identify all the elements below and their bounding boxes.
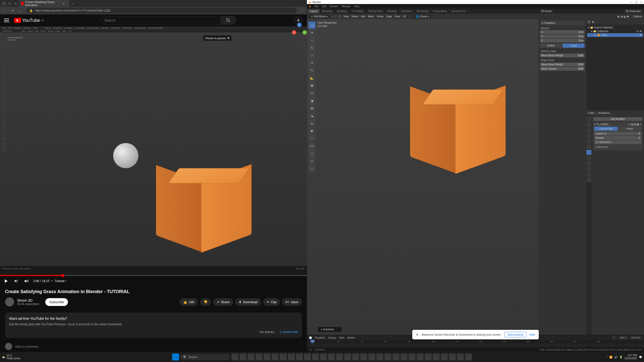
chevron-right-icon[interactable]: › [66, 279, 67, 283]
search-input[interactable] [100, 16, 221, 25]
physics-props-tab[interactable] [586, 161, 591, 166]
header-view[interactable]: View [343, 15, 349, 18]
cube-mesh[interactable] [415, 87, 501, 172]
menu-file[interactable]: File [314, 5, 318, 8]
taskbar-app-15[interactable] [344, 353, 351, 360]
new-tab-button[interactable]: + [70, 1, 75, 6]
taskbar-app-18[interactable] [368, 353, 375, 360]
pause-icon[interactable]: ⏸ [416, 333, 419, 336]
clip-button[interactable]: ✂ Clip [263, 298, 280, 306]
subdivide-operator-panel[interactable]: ▸ Subdivide [318, 327, 342, 332]
no-thanks-button[interactable]: No thanks [260, 330, 274, 334]
levels-render[interactable]: Render2 [594, 136, 641, 140]
battery-icon[interactable]: 🔋 [619, 356, 622, 358]
menu-render[interactable]: Render [330, 5, 338, 8]
timeline-editor-icon[interactable]: 🕐 [309, 336, 312, 339]
taskbar-app-10[interactable] [304, 353, 311, 360]
mesh-props-tab[interactable] [586, 172, 591, 177]
taskbar-app-11[interactable] [312, 353, 319, 360]
taskbar-app-1[interactable] [231, 353, 238, 360]
tab-geometry-nodes[interactable]: Geometry N... [449, 9, 469, 13]
optimal-display-check[interactable]: ☑ Optimal Di... [594, 140, 641, 144]
scene-selector[interactable]: 🎬 Scene [539, 9, 554, 13]
play-button[interactable] [3, 278, 9, 284]
tl-marker[interactable]: Marker [347, 336, 355, 339]
transform-tool[interactable]: ✦ [308, 59, 315, 66]
levels-viewport[interactable]: Levels Vi...2 [594, 132, 641, 135]
tab-animation[interactable]: Animation [399, 9, 414, 13]
camera-icon[interactable] [301, 56, 307, 61]
taskbar-app-17[interactable] [360, 353, 367, 360]
subscribe-button[interactable]: Subscribe [45, 298, 68, 306]
save-button[interactable]: ≡+ Save [282, 298, 302, 306]
taskbar-app-14[interactable] [336, 353, 343, 360]
shrink-tool[interactable]: ◇ [308, 150, 315, 157]
extensions-icon[interactable]: ⋯ [300, 8, 305, 13]
tab-sculpting[interactable]: Sculpting [335, 9, 349, 13]
viewport-shading-icons[interactable]: ◐ ◑ ◒ ◓ [618, 15, 629, 18]
measure-tool[interactable]: 📐 [308, 74, 315, 81]
stop-sharing-button[interactable]: Stop sharing [504, 332, 527, 337]
inset-tool[interactable]: ◫ [308, 89, 315, 97]
zoom-icon[interactable] [301, 42, 307, 47]
taskbar-search[interactable]: 🔍 Search [180, 354, 230, 360]
tab-texture-paint[interactable]: Texture Paint [366, 9, 385, 13]
edge-select-icon[interactable]: / [336, 15, 336, 18]
polybuild-tool[interactable]: ▲ [308, 120, 315, 127]
menu-window[interactable]: Window [342, 5, 351, 8]
taskbar-app-3[interactable] [248, 353, 255, 360]
channel-avatar[interactable] [5, 297, 14, 306]
gizmo-z[interactable]: Z [297, 23, 302, 27]
tl-keying[interactable]: Keying [328, 336, 336, 339]
taskbar-app-13[interactable] [328, 353, 335, 360]
tray-chevron-icon[interactable]: ^ [606, 356, 607, 358]
taskbar-clock[interactable]: 3:27 PM 12/25/2023 [624, 354, 637, 360]
tab-rendering[interactable]: Rendering [415, 9, 430, 13]
median-x[interactable]: X0 m [540, 30, 585, 34]
taskbar-app-2[interactable] [239, 353, 247, 360]
home-button[interactable]: ⌂ [18, 8, 23, 13]
taskbar-app-4[interactable] [256, 353, 263, 360]
header-face[interactable]: Face [395, 15, 400, 18]
weather-widget[interactable]: ⛅ 31°C Partly sunny [2, 354, 20, 360]
vertex-select-icon[interactable]: ▪ [332, 15, 333, 18]
annotate-tool[interactable]: ✎ [308, 67, 315, 74]
channel-name[interactable]: Simon 3D [17, 298, 39, 302]
address-bar[interactable]: 🔒 https://www.youtube.com/watch?v=YTu1nt… [26, 8, 297, 13]
search-button[interactable] [221, 16, 236, 25]
edge-slide-tool[interactable]: ⟷ [308, 142, 315, 149]
blender-icon[interactable]: ◆ [309, 5, 311, 8]
viewlayer-selector[interactable]: 📷 ViewLayer [624, 9, 643, 13]
breadcrumb-modifier[interactable]: Subdivisi... [598, 111, 612, 114]
simple-button[interactable]: Simple [618, 127, 641, 131]
tab-uv-editing[interactable]: UV Editing [350, 9, 366, 13]
transform-header[interactable]: ▾ Transform [540, 21, 585, 25]
rip-tool[interactable]: ⟁ [308, 165, 315, 172]
timeline-ruler[interactable]: 1 0 20 40 60 80 100 120 140 160 180 200 … [307, 340, 644, 344]
object-props-tab[interactable] [586, 144, 591, 149]
wifi-icon[interactable]: 📶 [609, 356, 612, 358]
taskbar-app-25[interactable] [425, 353, 432, 360]
video-player[interactable]: FileEditRenderWindowHelp LayoutModelingS… [0, 26, 307, 275]
face-select-icon[interactable]: ▢ [339, 15, 341, 18]
spin-tool[interactable]: ◉ [308, 127, 315, 134]
close-button[interactable]: × [640, 1, 642, 4]
tl-playback[interactable]: Playback [315, 336, 325, 339]
viewport-3d[interactable]: ▭ ✛ ↔ ↻ ⤢ ✦ ✎ 📐 ▣ ◫ ◪ ▥ 🔪 ▲ ◉ 〰 ⟷ [307, 19, 538, 335]
tab-layout[interactable]: Layout [308, 9, 319, 13]
world-props-tab[interactable] [586, 139, 591, 144]
refresh-button[interactable]: ⟳ [10, 8, 15, 13]
outliner-mode-icon[interactable]: ☰ [588, 20, 590, 24]
hide-banner-button[interactable]: Hide [530, 333, 535, 336]
taskbar-app-6[interactable] [272, 353, 279, 360]
header-edge[interactable]: Edge [386, 15, 392, 18]
add-modifier-button[interactable]: Add Modifier [593, 117, 642, 121]
video-progress-bar[interactable] [0, 275, 307, 276]
options-dropdown[interactable]: Options [633, 15, 642, 18]
minimize-button[interactable]: — [630, 1, 632, 4]
tab-shading[interactable]: Shading [385, 9, 398, 13]
pan-icon[interactable] [301, 49, 307, 54]
header-vertex[interactable]: Vertex [377, 15, 384, 18]
rotate-tool[interactable]: ↻ [308, 44, 315, 51]
median-z[interactable]: Z0 m [540, 39, 585, 42]
